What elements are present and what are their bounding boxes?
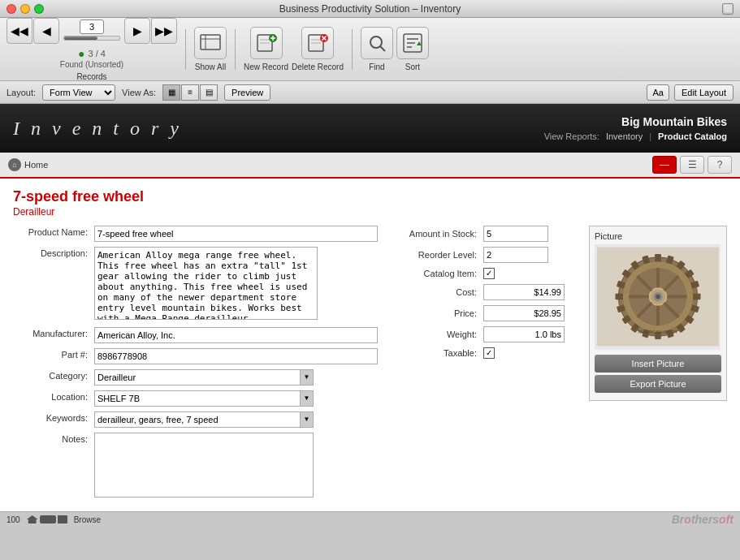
description-input[interactable]: American Alloy mega range free wheel. Th… <box>94 247 318 320</box>
view-as-buttons: ▦ ≡ ▤ <box>162 84 218 101</box>
sort-button[interactable] <box>396 27 429 59</box>
delete-record-button[interactable] <box>301 27 334 59</box>
indicator-icon <box>58 515 67 523</box>
form-picture: Picture <box>589 226 727 505</box>
keywords-label: Keywords: <box>13 411 94 423</box>
product-image: AMERICAN ALLOY <box>597 246 719 347</box>
maximize-button[interactable] <box>34 4 44 14</box>
app-header: I n v e n t o r y Big Mountain Bikes Vie… <box>0 104 740 153</box>
content-area: 7-speed free wheel Derailleur Product Na… <box>0 179 740 511</box>
record-status: Found (Unsorted) <box>60 60 123 69</box>
product-name-label: Product Name: <box>13 226 94 237</box>
location-value: SHELF 7B <box>95 394 300 403</box>
font-button[interactable]: Aa <box>647 84 669 101</box>
part-row: Part #: <box>13 348 378 364</box>
location-dropdown-arrow[interactable]: ▼ <box>300 391 313 406</box>
layout-label: Layout: <box>6 88 36 97</box>
price-label: Price: <box>394 308 483 318</box>
nav-buttons: ◀◀ ◀ 3 ▶ ▶▶ <box>6 18 177 44</box>
list-nav-button[interactable]: ☰ <box>680 156 704 174</box>
reorder-input[interactable] <box>483 247 548 263</box>
preview-button[interactable]: Preview <box>224 84 270 101</box>
inventory-link[interactable]: Inventory <box>606 131 643 141</box>
weight-label: Weight: <box>394 330 483 339</box>
window-title: Business Productivity Solution – Invento… <box>279 3 461 15</box>
product-name-input[interactable] <box>94 226 378 242</box>
restore-button[interactable]: ⬜ <box>722 3 734 15</box>
form-left: Product Name: Description: American Allo… <box>13 226 378 505</box>
records-section: ◀◀ ◀ 3 ▶ ▶▶ ● 3 / 4 Found (Unsorted) Rec… <box>6 18 177 81</box>
last-record-button[interactable]: ▶▶ <box>151 18 177 44</box>
new-record-button[interactable] <box>250 27 283 59</box>
svg-marker-21 <box>417 41 422 45</box>
table-view-button[interactable]: ▤ <box>200 84 218 101</box>
svg-rect-40 <box>615 294 622 300</box>
company-name: Big Mountain Bikes <box>544 115 727 128</box>
manufacturer-input[interactable] <box>94 327 378 343</box>
manufacturer-row: Manufacturer: <box>13 327 378 343</box>
delete-record-label: Delete Record <box>292 62 344 71</box>
category-dropdown-arrow[interactable]: ▼ <box>300 370 313 385</box>
svg-rect-25 <box>655 254 661 261</box>
first-record-button[interactable]: ◀◀ <box>6 18 32 44</box>
home-button[interactable]: ⌂ Home <box>8 158 48 171</box>
divider-3 <box>352 29 353 70</box>
window-controls[interactable] <box>6 4 44 14</box>
product-subtitle: Derailleur <box>13 206 727 218</box>
picture-box: Picture <box>589 226 727 401</box>
form-nav-button[interactable]: — <box>652 156 677 174</box>
cost-input[interactable] <box>483 284 565 300</box>
edit-layout-button[interactable]: Edit Layout <box>674 84 734 101</box>
home-icon: ⌂ <box>8 158 21 171</box>
keywords-dropdown-arrow[interactable]: ▼ <box>300 412 313 427</box>
amount-stock-label: Amount in Stock: <box>394 229 483 239</box>
status-icons <box>27 515 67 523</box>
picture-area: AMERICAN ALLOY <box>595 244 721 350</box>
watermark: Brothersoft <box>672 513 734 526</box>
list-view-button[interactable]: ≡ <box>181 84 199 101</box>
close-button[interactable] <box>6 4 16 14</box>
form-view-button[interactable]: ▦ <box>162 84 180 101</box>
export-picture-button[interactable]: Export Picture <box>595 375 721 393</box>
amount-stock-input[interactable] <box>483 226 548 242</box>
weight-input[interactable] <box>483 326 565 342</box>
part-label: Part #: <box>13 348 94 360</box>
description-row: Description: American Alloy mega range f… <box>13 247 378 322</box>
view-as-label: View As: <box>122 88 156 97</box>
catalog-label: Catalog Item: <box>394 269 483 278</box>
record-number-input[interactable]: 3 <box>80 19 104 34</box>
show-all-button[interactable] <box>194 27 227 59</box>
layout-select[interactable]: Form View <box>42 84 115 101</box>
part-input[interactable] <box>94 348 378 364</box>
sort-section: Sort <box>396 27 429 71</box>
reports-row: View Reports: Inventory | Product Catalo… <box>544 131 727 141</box>
prev-record-button[interactable]: ◀ <box>33 18 59 44</box>
taxable-checkbox[interactable]: ✓ <box>483 347 495 359</box>
find-section: Find <box>361 27 393 71</box>
wifi-icon <box>27 515 38 523</box>
minimize-button[interactable] <box>20 4 30 14</box>
notes-input[interactable] <box>94 433 314 498</box>
svg-text:AMERICAN ALLOY: AMERICAN ALLOY <box>638 330 677 334</box>
help-nav-button[interactable]: ? <box>708 156 732 174</box>
product-catalog-link[interactable]: Product Catalog <box>658 131 727 141</box>
find-button[interactable] <box>361 27 393 59</box>
delete-record-section: Delete Record <box>292 27 344 71</box>
reorder-label: Reorder Level: <box>394 250 483 260</box>
browse-mode: Browse <box>74 515 101 524</box>
find-label: Find <box>369 62 384 71</box>
weight-row: Weight: <box>394 326 573 342</box>
svg-point-15 <box>370 37 382 48</box>
form-layout: Product Name: Description: American Allo… <box>13 226 727 505</box>
catalog-checkbox[interactable]: ✓ <box>483 268 495 279</box>
show-all-label: Show All <box>195 62 226 71</box>
next-record-button[interactable]: ▶ <box>124 18 150 44</box>
cost-label: Cost: <box>394 287 483 297</box>
insert-picture-button[interactable]: Insert Picture <box>595 355 721 373</box>
nav-bar: ⌂ Home — ☰ ? <box>0 153 740 179</box>
price-input[interactable] <box>483 305 565 321</box>
category-row: Category: Derailleur ▼ <box>13 369 378 386</box>
divider-2 <box>235 29 236 70</box>
app-title: I n v e n t o r y <box>13 118 182 140</box>
zoom-level: 100 <box>6 515 20 524</box>
